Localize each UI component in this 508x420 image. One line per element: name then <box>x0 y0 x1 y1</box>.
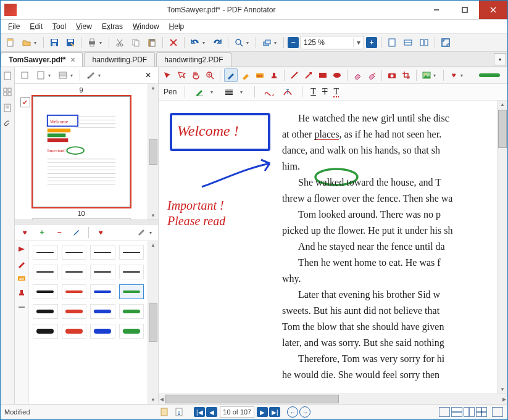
fav-swatch[interactable] <box>33 304 58 319</box>
tab-tomsawyer[interactable]: TomSawyer.pdf* × <box>1 52 83 67</box>
open-file-icon[interactable] <box>19 35 34 50</box>
menu-file[interactable]: File <box>4 21 23 32</box>
copy-icon[interactable] <box>128 35 143 50</box>
fav-swatch[interactable] <box>119 265 144 279</box>
tab-close-icon[interactable]: × <box>70 56 75 64</box>
cut-icon[interactable] <box>112 35 127 50</box>
fav-swatch[interactable] <box>62 245 87 260</box>
save-icon[interactable] <box>47 35 62 50</box>
pen-width-icon[interactable] <box>223 86 235 98</box>
fav-swatch[interactable] <box>119 324 144 339</box>
maximize-button[interactable] <box>451 1 479 19</box>
fav-swatch-selected[interactable] <box>119 284 144 299</box>
minimize-button[interactable] <box>422 1 451 19</box>
zoom-in-button[interactable]: + <box>366 37 377 48</box>
status-export-icon[interactable] <box>172 405 186 419</box>
view-layout-icon[interactable] <box>492 407 503 417</box>
ellipse-tool-icon[interactable] <box>331 69 343 81</box>
open-dropdown[interactable]: ▾ <box>34 40 39 46</box>
fav-swatch[interactable] <box>119 245 144 260</box>
fav-swatch[interactable] <box>62 324 87 339</box>
nav-back-button[interactable]: ← <box>287 406 298 418</box>
view-mode-dropdown[interactable]: ▾ <box>70 73 75 78</box>
find-icon[interactable] <box>231 35 246 50</box>
annotation-arrow[interactable] <box>196 156 282 193</box>
fav-rail-more-icon[interactable] <box>17 303 26 311</box>
next-thumbnail-peek[interactable] <box>32 218 131 220</box>
eraser-tool-icon[interactable] <box>351 69 364 81</box>
favorite-tool-dropdown[interactable]: ▾ <box>460 73 465 78</box>
page-mode-icon[interactable] <box>33 68 48 83</box>
status-doc-icon[interactable] <box>157 405 172 419</box>
fullscreen-icon[interactable] <box>438 35 453 50</box>
pen-pressure-icon[interactable] <box>281 86 294 98</box>
menu-view[interactable]: View <box>72 21 96 32</box>
sidebar-close-icon[interactable]: ✕ <box>141 68 156 83</box>
settings-dropdown[interactable]: ▾ <box>98 73 103 78</box>
zoom-value[interactable]: 125 % <box>301 38 353 47</box>
pen-tool-icon[interactable] <box>224 68 238 82</box>
tab-handwriting[interactable]: handwriting.PDF <box>84 52 155 67</box>
save-as-icon[interactable] <box>63 35 78 50</box>
pen-style-curve-icon[interactable] <box>263 86 275 98</box>
last-page-button[interactable]: ▶| <box>269 407 280 417</box>
undo-icon[interactable] <box>188 35 202 50</box>
line-tool-icon[interactable] <box>288 69 301 81</box>
pan-tool-icon[interactable] <box>189 69 202 81</box>
fit-page-icon[interactable] <box>385 35 399 50</box>
delete-icon[interactable] <box>166 35 181 50</box>
fav-swatch[interactable] <box>62 304 87 319</box>
sidebar-splitter[interactable] <box>15 220 158 224</box>
crop-tool-icon[interactable] <box>400 69 412 81</box>
favorite-edit-icon[interactable] <box>69 225 84 240</box>
next-page-button[interactable]: ▶ <box>257 407 268 417</box>
fav-rail-recent-icon[interactable] <box>17 245 26 253</box>
text-style2-icon[interactable]: T <box>322 87 328 97</box>
find-dropdown[interactable]: ▾ <box>246 40 251 46</box>
menu-edit[interactable]: Edit <box>26 21 46 32</box>
fav-rail-pen-icon[interactable] <box>17 260 26 268</box>
view-single-icon[interactable] <box>439 407 450 417</box>
rail-thumbnails-icon[interactable] <box>2 87 12 97</box>
pen-width-dropdown[interactable]: ▾ <box>240 89 245 95</box>
fav-swatch[interactable] <box>90 324 115 339</box>
text-style3-icon[interactable]: T <box>333 87 339 97</box>
fav-swatch[interactable] <box>90 284 115 299</box>
favorite-tool-icon[interactable]: ♥ <box>448 69 460 81</box>
erase-all-icon[interactable] <box>365 69 378 81</box>
document-vscrollbar[interactable]: ▲ ▼ <box>497 101 507 393</box>
pointer-tool-icon[interactable] <box>161 69 173 81</box>
fav-swatch[interactable] <box>33 324 58 339</box>
text-highlight-icon[interactable]: abI <box>254 69 266 81</box>
lasso-tool-icon[interactable] <box>175 69 188 81</box>
fav-swatch[interactable] <box>33 265 58 279</box>
image-tool-icon[interactable] <box>420 69 433 81</box>
view-grid-icon[interactable] <box>476 407 487 417</box>
page-thumbnail[interactable]: ✔ Welcome Important! <box>31 95 131 208</box>
marker-tool-icon[interactable] <box>239 69 252 81</box>
fav-swatch[interactable] <box>62 284 87 299</box>
view-two-icon[interactable] <box>464 407 475 417</box>
pen-color-icon[interactable] <box>193 86 206 98</box>
menu-extras[interactable]: Extras <box>98 21 127 32</box>
layers-icon[interactable] <box>259 35 274 50</box>
menu-window[interactable]: Window <box>129 21 163 32</box>
fav-swatch[interactable] <box>119 304 144 319</box>
fav-swatch[interactable] <box>33 284 58 299</box>
menu-help[interactable]: Help <box>165 21 188 32</box>
new-file-icon[interactable] <box>3 35 18 50</box>
document-view[interactable]: Welcome ! Important ! Please read He wat… <box>159 101 497 393</box>
favorite-heart2-icon[interactable]: ♥ <box>93 225 108 240</box>
tab-handwriting2[interactable]: handwriting2.PDF <box>156 52 231 67</box>
close-button[interactable] <box>479 1 507 19</box>
favorites-settings-icon[interactable] <box>133 225 148 240</box>
rail-bookmarks-icon[interactable] <box>2 103 12 113</box>
favorite-remove-icon[interactable]: − <box>52 225 67 240</box>
select-page-icon[interactable] <box>17 68 32 83</box>
text-style1-icon[interactable]: T <box>310 87 316 97</box>
favorite-heart-icon[interactable]: ♥ <box>17 225 32 240</box>
page-mode-dropdown[interactable]: ▾ <box>48 73 53 78</box>
snapshot-tool-icon[interactable] <box>386 69 398 81</box>
print-dropdown[interactable]: ▾ <box>99 40 104 46</box>
favorite-add-icon[interactable]: + <box>35 225 49 240</box>
